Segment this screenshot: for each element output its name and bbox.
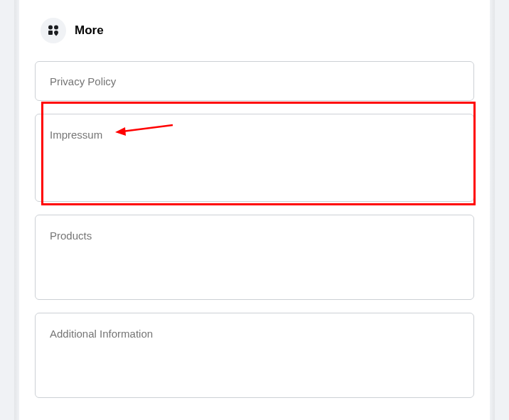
products-input[interactable]	[36, 215, 473, 299]
impressum-field[interactable]	[35, 114, 474, 202]
card-shadow-left	[14, 0, 19, 420]
more-icon	[46, 23, 60, 38]
more-section-card: More	[19, 0, 490, 420]
products-field[interactable]	[35, 215, 474, 300]
card-shadow-right	[490, 0, 495, 420]
svg-point-0	[48, 26, 53, 30]
additional-info-input[interactable]	[36, 313, 473, 397]
more-icon-wrapper	[41, 18, 66, 43]
svg-rect-2	[48, 31, 53, 35]
impressum-input[interactable]	[36, 114, 473, 201]
section-header: More	[35, 0, 474, 61]
privacy-policy-field[interactable]	[35, 61, 474, 101]
privacy-policy-input[interactable]	[36, 62, 473, 100]
additional-info-field[interactable]	[35, 313, 474, 398]
svg-point-1	[54, 26, 58, 30]
section-title: More	[75, 23, 104, 38]
